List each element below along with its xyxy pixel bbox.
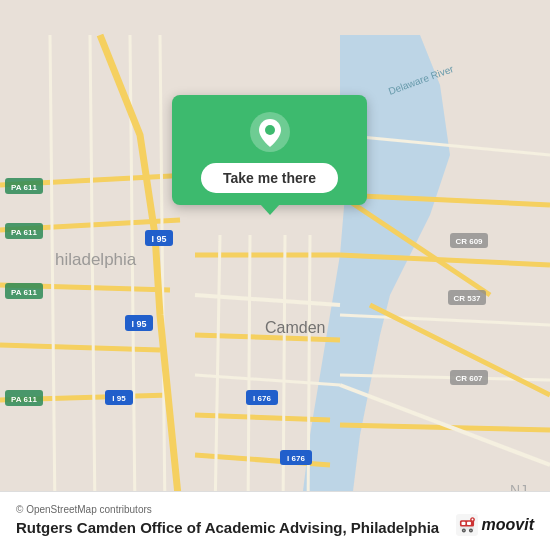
svg-text:I 95: I 95	[131, 319, 146, 329]
take-me-there-button[interactable]: Take me there	[201, 163, 338, 193]
svg-text:CR 537: CR 537	[453, 294, 481, 303]
svg-rect-62	[461, 522, 465, 525]
svg-point-68	[471, 519, 473, 521]
svg-text:PA 611: PA 611	[11, 395, 37, 404]
svg-text:Camden: Camden	[265, 319, 325, 336]
svg-text:CR 607: CR 607	[455, 374, 483, 383]
svg-text:I 95: I 95	[112, 394, 126, 403]
moovit-brand-name: moovit	[482, 516, 534, 534]
svg-point-67	[470, 530, 472, 532]
svg-text:PA 611: PA 611	[11, 288, 37, 297]
svg-point-58	[265, 125, 275, 135]
svg-text:hiladelphia: hiladelphia	[55, 250, 137, 269]
svg-text:PA 611: PA 611	[11, 228, 37, 237]
svg-point-65	[463, 530, 465, 532]
svg-text:I 676: I 676	[287, 454, 305, 463]
svg-rect-63	[467, 522, 471, 525]
map-svg: Delaware River I 95 I 95 PA 611 PA 611 P…	[0, 0, 550, 550]
svg-text:I 95: I 95	[151, 234, 166, 244]
svg-text:PA 611: PA 611	[11, 183, 37, 192]
svg-text:CR 609: CR 609	[455, 237, 483, 246]
svg-line-32	[283, 235, 285, 515]
map-container: Delaware River I 95 I 95 PA 611 PA 611 P…	[0, 0, 550, 550]
location-popup: Take me there	[172, 95, 367, 205]
location-pin-icon	[249, 111, 291, 153]
svg-line-31	[248, 235, 250, 515]
moovit-bus-icon	[456, 514, 478, 536]
svg-text:I 676: I 676	[253, 394, 271, 403]
svg-line-33	[308, 235, 310, 515]
moovit-logo: moovit	[456, 514, 534, 536]
info-panel: © OpenStreetMap contributors Rutgers Cam…	[0, 491, 550, 550]
